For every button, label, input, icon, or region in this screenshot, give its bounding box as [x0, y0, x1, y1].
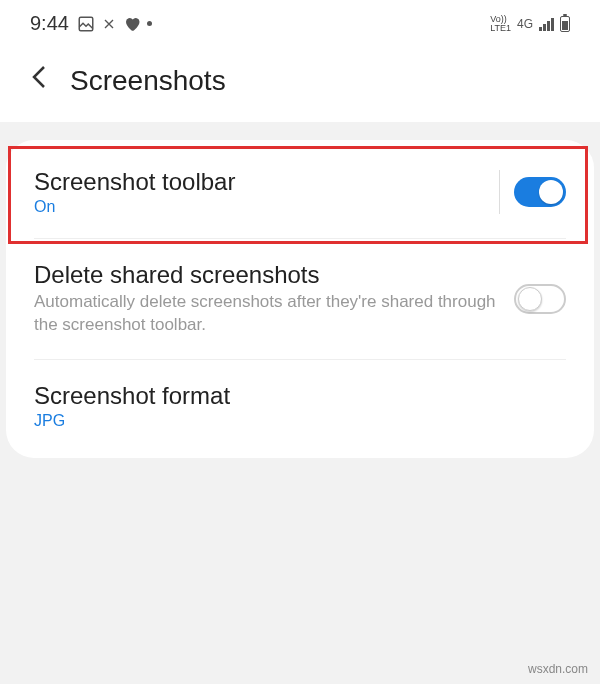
status-right: Vo)) LTE1 4G [490, 15, 570, 33]
network-label: Vo)) LTE1 [490, 15, 511, 33]
lte-label: LTE1 [490, 24, 511, 33]
screenshot-toolbar-row[interactable]: Screenshot toolbar On [6, 146, 594, 238]
row-control [499, 170, 566, 214]
setting-text: Delete shared screenshots Automatically … [34, 261, 514, 337]
vertical-divider [499, 170, 500, 214]
row-control [514, 284, 566, 314]
page-title: Screenshots [70, 65, 226, 97]
settings-card: Screenshot toolbar On Delete shared scre… [6, 140, 594, 458]
watermark: wsxdn.com [528, 662, 588, 676]
back-button[interactable] [30, 63, 48, 98]
signal-icon [539, 17, 554, 31]
clock: 9:44 [30, 12, 69, 35]
battery-icon [560, 16, 570, 32]
screenshot-toolbar-toggle[interactable] [514, 177, 566, 207]
cross-icon [101, 16, 117, 32]
setting-status: On [34, 198, 499, 216]
setting-value: JPG [34, 412, 566, 430]
page-header: Screenshots [0, 43, 600, 122]
image-icon [77, 15, 95, 33]
setting-title: Delete shared screenshots [34, 261, 514, 289]
network-gen: 4G [517, 17, 533, 31]
delete-shared-toggle[interactable] [514, 284, 566, 314]
dot-icon [147, 21, 152, 26]
heart-icon [123, 15, 141, 33]
setting-title: Screenshot toolbar [34, 168, 499, 196]
delete-shared-row[interactable]: Delete shared screenshots Automatically … [6, 239, 594, 359]
screenshot-format-row[interactable]: Screenshot format JPG [6, 360, 594, 452]
setting-text: Screenshot toolbar On [34, 168, 499, 216]
setting-description: Automatically delete screenshots after t… [34, 291, 514, 337]
setting-text: Screenshot format JPG [34, 382, 566, 430]
status-icons-left [77, 15, 152, 33]
status-bar: 9:44 Vo)) LTE1 4G [0, 0, 600, 43]
status-left: 9:44 [30, 12, 152, 35]
setting-title: Screenshot format [34, 382, 566, 410]
